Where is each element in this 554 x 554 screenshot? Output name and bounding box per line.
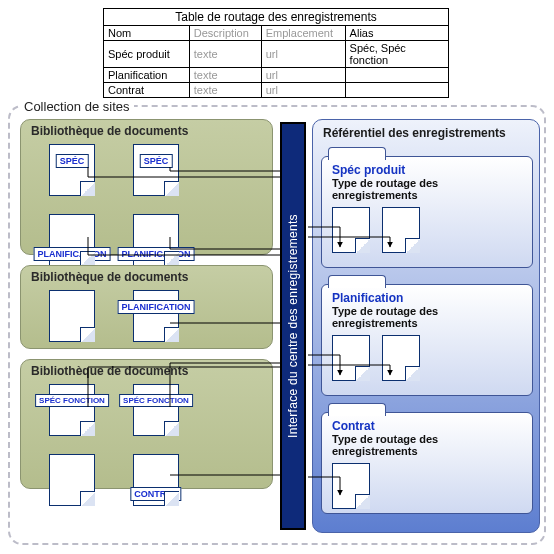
library-title: Bibliothèque de documents xyxy=(21,266,272,284)
document-icon xyxy=(332,463,370,509)
document-icon xyxy=(332,207,370,253)
routing-table-row: Spéc produit texte url Spéc, Spéc foncti… xyxy=(104,41,449,68)
document-icon: PLANIFICATION xyxy=(133,290,179,342)
site-collection-title: Collection de sites xyxy=(20,99,134,114)
document-library: Bibliothèque de documents SPÉC FONCTION … xyxy=(20,359,273,489)
document-icon: PLANIFICATION xyxy=(49,214,95,266)
folder-title: Spéc produit xyxy=(332,163,522,177)
document-icon: SPÉC FONCTION xyxy=(133,384,179,436)
document-icon: SPÉC xyxy=(133,144,179,196)
document-label: SPÉC FONCTION xyxy=(119,394,193,407)
folder-subtitle: Type de routage des enregistrements xyxy=(332,177,522,201)
routing-folder: Planification Type de routage des enregi… xyxy=(321,284,533,396)
records-center-interface: Interface du centre des enregistrements xyxy=(280,122,306,530)
document-icon xyxy=(49,290,95,342)
document-label: SPÉC FONCTION xyxy=(35,394,109,407)
records-repository: Référentiel des enregistrements Spéc pro… xyxy=(312,119,540,533)
library-title: Bibliothèque de documents xyxy=(21,360,272,378)
document-library: Bibliothèque de documents SPÉC SPÉC PLAN… xyxy=(20,119,273,255)
routing-folder: Spéc produit Type de routage des enregis… xyxy=(321,156,533,268)
routing-table-row: Contrat texte url xyxy=(104,83,449,98)
document-library: Bibliothèque de documents PLANIFICATION xyxy=(20,265,273,349)
document-icon xyxy=(49,454,95,506)
routing-table-header: Nom Description Emplacement Alias xyxy=(104,26,449,41)
folder-title: Contrat xyxy=(332,419,522,433)
document-label: SPÉC xyxy=(56,154,89,168)
document-icon: CONTRAT xyxy=(133,454,179,506)
document-label: SPÉC xyxy=(140,154,173,168)
document-icon: SPÉC FONCTION xyxy=(49,384,95,436)
document-icon xyxy=(382,207,420,253)
routing-folder: Contrat Type de routage des enregistreme… xyxy=(321,412,533,514)
header-location: Emplacement xyxy=(261,26,345,41)
document-icon: SPÉC xyxy=(49,144,95,196)
document-icon: PLANIFICATION xyxy=(133,214,179,266)
routing-table: Table de routage des enregistrements Nom… xyxy=(103,8,449,98)
document-label: PLANIFICATION xyxy=(118,247,195,261)
header-alias: Alias xyxy=(345,26,448,41)
repository-title: Référentiel des enregistrements xyxy=(313,120,539,146)
document-label: PLANIFICATION xyxy=(118,300,195,314)
library-title: Bibliothèque de documents xyxy=(21,120,272,138)
routing-table-row: Planification texte url xyxy=(104,68,449,83)
folder-subtitle: Type de routage des enregistrements xyxy=(332,305,522,329)
document-icon xyxy=(382,335,420,381)
folder-title: Planification xyxy=(332,291,522,305)
document-icon xyxy=(332,335,370,381)
folder-subtitle: Type de routage des enregistrements xyxy=(332,433,522,457)
routing-table-title: Table de routage des enregistrements xyxy=(104,9,449,26)
header-name: Nom xyxy=(104,26,190,41)
site-collection: Collection de sites Bibliothèque de docu… xyxy=(8,105,546,545)
document-label: PLANIFICATION xyxy=(34,247,111,261)
header-description: Description xyxy=(189,26,261,41)
interface-label: Interface du centre des enregistrements xyxy=(286,214,300,438)
document-label: CONTRAT xyxy=(130,487,181,501)
